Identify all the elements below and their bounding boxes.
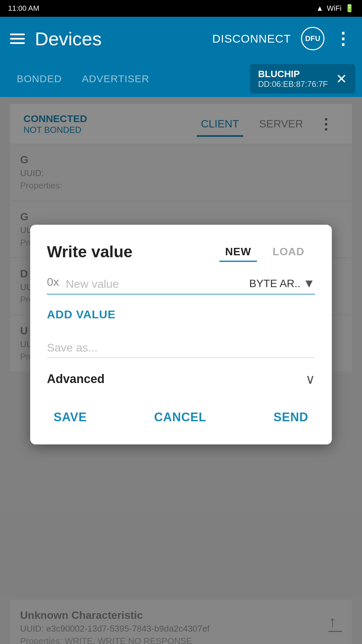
signal-icon: ▲ bbox=[316, 4, 323, 13]
modal-actions: SAVE CANCEL SEND bbox=[47, 404, 315, 428]
write-value-modal: Write value NEW LOAD 0x BYTE AR.. ▼ ADD … bbox=[30, 225, 332, 444]
close-device-tab[interactable]: ✕ bbox=[336, 71, 347, 87]
status-bar: 11:00 AM ▲ WiFi 🔋 bbox=[0, 0, 362, 17]
cancel-button[interactable]: CANCEL bbox=[147, 407, 213, 428]
dropdown-arrow-icon: ▼ bbox=[303, 276, 315, 290]
modal-header: Write value NEW LOAD bbox=[47, 241, 315, 262]
type-dropdown[interactable]: BYTE AR.. ▼ bbox=[249, 276, 315, 290]
disconnect-button[interactable]: DISCONNECT bbox=[212, 32, 291, 45]
tab-load[interactable]: LOAD bbox=[262, 241, 315, 262]
advanced-section[interactable]: Advanced ∨ bbox=[47, 371, 315, 387]
save-as-input[interactable] bbox=[47, 338, 315, 358]
chevron-down-icon: ∨ bbox=[305, 371, 315, 387]
add-value-button[interactable]: ADD VALUE bbox=[47, 308, 116, 321]
modal-title: Write value bbox=[47, 243, 215, 261]
dfu-button[interactable]: DFU bbox=[301, 27, 324, 50]
tab-bar: BONDED ADVERTISER BLUCHIP DD:06:EB:87:76… bbox=[0, 60, 362, 97]
device-address: DD:06:EB:87:76:7F bbox=[258, 79, 328, 89]
app-title: Devices bbox=[35, 28, 202, 50]
device-name: BLUCHIP bbox=[258, 69, 328, 79]
app-bar: Devices DISCONNECT DFU ⋮ bbox=[0, 17, 362, 60]
tab-advertiser[interactable]: ADVERTISER bbox=[72, 60, 159, 97]
status-icons: ▲ WiFi 🔋 bbox=[316, 4, 354, 13]
tab-new[interactable]: NEW bbox=[215, 241, 262, 262]
modal-tabs: NEW LOAD bbox=[215, 241, 315, 262]
tab-bonded[interactable]: BONDED bbox=[7, 60, 72, 97]
status-time: 11:00 AM bbox=[8, 4, 39, 13]
content-area: CONNECTED NOT BONDED CLIENT SERVER ⋮ G U… bbox=[0, 97, 362, 644]
save-button[interactable]: SAVE bbox=[47, 407, 94, 428]
value-input[interactable] bbox=[66, 277, 243, 290]
advanced-label: Advanced bbox=[47, 372, 105, 386]
modal-overlay: Write value NEW LOAD 0x BYTE AR.. ▼ ADD … bbox=[0, 97, 362, 644]
hamburger-menu[interactable] bbox=[10, 34, 25, 44]
battery-icon: 🔋 bbox=[345, 4, 354, 13]
device-info: BLUCHIP DD:06:EB:87:76:7F bbox=[258, 69, 328, 89]
more-options-button[interactable]: ⋮ bbox=[335, 29, 352, 48]
send-button[interactable]: SEND bbox=[267, 407, 315, 428]
wifi-icon: WiFi bbox=[327, 4, 342, 13]
tab-device[interactable]: BLUCHIP DD:06:EB:87:76:7F ✕ bbox=[250, 64, 355, 94]
type-label: BYTE AR.. bbox=[249, 277, 300, 290]
value-input-row: 0x BYTE AR.. ▼ bbox=[47, 275, 315, 294]
hex-prefix: 0x bbox=[47, 275, 59, 290]
